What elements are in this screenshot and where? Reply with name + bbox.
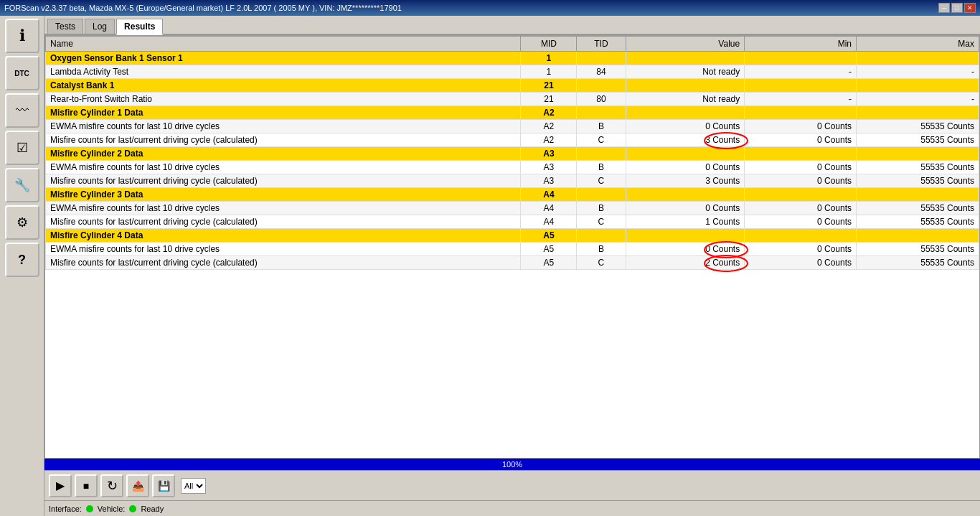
row-tid: C	[577, 215, 626, 229]
row-name: EWMA misfire counts for last 10 drive cy…	[46, 120, 521, 133]
table-row: EWMA misfire counts for last 10 drive cy…	[46, 161, 979, 174]
interface-status-dot	[86, 505, 93, 512]
table-row: Misfire counts for last/current driving …	[46, 215, 979, 229]
table-row: Misfire Cylinder 4 Data A5	[46, 229, 979, 243]
tab-tests[interactable]: Tests	[47, 19, 83, 34]
table-row: Lambda Activity Test 1 84 Not ready - -	[46, 65, 979, 79]
tools-icon: 🔧	[14, 177, 30, 193]
table-row: Misfire Cylinder 2 Data A3	[46, 147, 979, 161]
sidebar-item-monitor[interactable]: 〰	[5, 93, 39, 128]
row-min: 0 Counts	[745, 120, 857, 133]
row-value: 0 Counts	[626, 243, 745, 256]
row-min: 0 Counts	[745, 215, 857, 229]
row-value: 2 Counts	[626, 256, 745, 270]
row-value: Not ready	[626, 93, 745, 106]
help-icon: ?	[18, 253, 26, 268]
minimize-button[interactable]: ─	[938, 3, 950, 13]
row-value	[626, 229, 745, 243]
col-header-mid: MID	[521, 37, 577, 52]
sidebar-item-info[interactable]: ℹ	[5, 19, 39, 53]
tab-log[interactable]: Log	[85, 19, 115, 34]
row-name: Misfire Cylinder 2 Data	[46, 147, 521, 161]
row-min: -	[745, 65, 857, 79]
row-min: 0 Counts	[745, 174, 857, 188]
titlebar-controls: ─ □ ✕	[938, 3, 976, 13]
save-button[interactable]: 💾	[152, 474, 175, 497]
row-mid: A2	[521, 120, 577, 133]
bottom-toolbar: ▶ ■ ↻ 📤 💾 All	[44, 470, 980, 500]
progressbar: 100%	[44, 459, 980, 470]
row-tid: C	[577, 256, 626, 270]
row-max	[857, 79, 979, 93]
row-value: 0 Counts	[626, 202, 745, 215]
row-name: Oxygen Sensor Bank 1 Sensor 1	[46, 52, 521, 65]
table-row: Oxygen Sensor Bank 1 Sensor 1 1	[46, 52, 979, 65]
row-name: Lambda Activity Test	[46, 65, 521, 79]
export-icon: 📤	[132, 480, 144, 492]
row-mid: A3	[521, 174, 577, 188]
results-table: Name MID TID Value Min Max Oxygen Sensor…	[45, 36, 979, 270]
sidebar-item-dtc[interactable]: DTC	[5, 56, 39, 90]
checklist-icon: ☑	[17, 140, 28, 156]
title-text: FORScan v2.3.37 beta, Mazda MX-5 (Europe…	[4, 4, 402, 12]
row-max: 55535 Counts	[857, 174, 979, 188]
filter-dropdown[interactable]: All	[181, 478, 206, 494]
refresh-button[interactable]: ↻	[100, 474, 123, 497]
export-button[interactable]: 📤	[126, 474, 149, 497]
row-tid	[577, 106, 626, 120]
row-mid: A3	[521, 161, 577, 174]
row-mid: A4	[521, 188, 577, 202]
row-tid: B	[577, 243, 626, 256]
row-tid: C	[577, 174, 626, 188]
row-min: -	[745, 93, 857, 106]
row-value	[626, 79, 745, 93]
row-mid: A3	[521, 147, 577, 161]
restore-button[interactable]: □	[951, 3, 963, 13]
stop-button[interactable]: ■	[75, 474, 98, 497]
col-header-name: Name	[46, 37, 521, 52]
col-header-max: Max	[857, 37, 979, 52]
row-value: 3 Counts	[626, 174, 745, 188]
table-row: Misfire Cylinder 3 Data A4	[46, 188, 979, 202]
row-name: EWMA misfire counts for last 10 drive cy…	[46, 202, 521, 215]
row-mid: A5	[521, 229, 577, 243]
row-max: -	[857, 65, 979, 79]
row-max: 55535 Counts	[857, 256, 979, 270]
row-value: 0 Counts	[626, 161, 745, 174]
stop-icon: ■	[83, 480, 89, 492]
row-value	[626, 106, 745, 120]
row-mid: 1	[521, 65, 577, 79]
close-button[interactable]: ✕	[964, 3, 976, 13]
row-value: 1 Counts	[626, 215, 745, 229]
sidebar-item-help[interactable]: ?	[5, 243, 39, 277]
sidebar-item-checklist[interactable]: ☑	[5, 131, 39, 165]
row-min: 0 Counts	[745, 133, 857, 147]
row-min: 0 Counts	[745, 202, 857, 215]
sidebar-item-settings[interactable]: ⚙	[5, 205, 39, 240]
row-value: 3 Counts	[626, 133, 745, 147]
row-min	[745, 106, 857, 120]
row-value: Not ready	[626, 65, 745, 79]
row-value	[626, 188, 745, 202]
progress-text: 100%	[502, 460, 522, 469]
tab-results[interactable]: Results	[116, 19, 163, 35]
row-mid: 21	[521, 79, 577, 93]
row-max	[857, 106, 979, 120]
play-icon: ▶	[56, 479, 65, 492]
row-max	[857, 52, 979, 65]
sidebar-item-tools[interactable]: 🔧	[5, 168, 39, 202]
row-max: 55535 Counts	[857, 161, 979, 174]
row-tid	[577, 52, 626, 65]
row-mid: 1	[521, 52, 577, 65]
row-mid: A4	[521, 202, 577, 215]
row-max: 55535 Counts	[857, 120, 979, 133]
row-mid: A5	[521, 243, 577, 256]
vehicle-label: Vehicle:	[98, 505, 126, 513]
row-name: Rear-to-Front Switch Ratio	[46, 93, 521, 106]
results-table-area: Name MID TID Value Min Max Oxygen Sensor…	[44, 35, 980, 459]
save-icon: 💾	[158, 480, 170, 492]
play-button[interactable]: ▶	[49, 474, 72, 497]
filter-dropdown-wrap: All	[181, 478, 206, 494]
row-tid: C	[577, 133, 626, 147]
table-row: Rear-to-Front Switch Ratio 21 80 Not rea…	[46, 93, 979, 106]
